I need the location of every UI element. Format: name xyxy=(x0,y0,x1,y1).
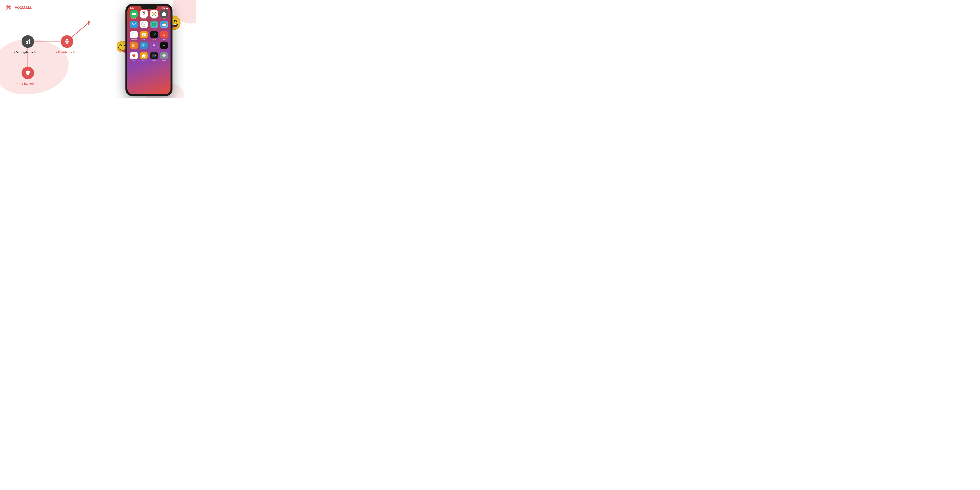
svg-rect-11 xyxy=(29,40,30,44)
svg-line-28 xyxy=(155,15,156,16)
app-facetime[interactable]: FaceTime xyxy=(129,10,138,19)
battery-icon: ▬ xyxy=(166,7,168,9)
journey-diagram: Pre-launch During-launch Post-launch xyxy=(12,16,106,90)
svg-point-22 xyxy=(153,13,155,15)
svg-text:tv: tv xyxy=(163,44,165,47)
app-clock[interactable]: Clock xyxy=(140,21,149,30)
app-camera[interactable]: Camera xyxy=(160,10,169,19)
status-icons: ▐▐▐ ▲ ▬ xyxy=(160,7,168,9)
svg-point-19 xyxy=(67,41,67,42)
postlaunch-label: Post-launch xyxy=(56,51,75,54)
brand-name: FoxData xyxy=(14,5,32,10)
svg-rect-61 xyxy=(133,44,134,47)
phone-body: 9:41 ▐▐▐ ▲ ▬ FaceTime xyxy=(126,4,172,96)
svg-point-75 xyxy=(164,55,165,56)
svg-point-46 xyxy=(132,33,133,34)
prelaunch-label: Pre-launch xyxy=(16,82,34,86)
svg-line-27 xyxy=(152,12,153,13)
app-reminders[interactable]: Reminders xyxy=(129,31,138,40)
svg-line-29 xyxy=(155,12,156,13)
prelaunch-node xyxy=(22,67,34,79)
foxdata-logo-icon xyxy=(5,3,13,11)
svg-rect-20 xyxy=(132,13,135,15)
app-home[interactable]: Home xyxy=(140,52,149,61)
svg-point-50 xyxy=(132,36,133,37)
header: FoxData xyxy=(5,3,32,11)
svg-rect-73 xyxy=(155,55,156,56)
svg-text:N: N xyxy=(163,33,165,37)
svg-rect-34 xyxy=(163,12,165,13)
phone-screen: 9:41 ▐▐▐ ▲ ▬ FaceTime xyxy=(127,6,170,94)
phone-notch xyxy=(141,6,157,10)
wifi-icon: ▲ xyxy=(164,7,165,9)
during-label: During-launch xyxy=(14,51,36,54)
app-stocks[interactable]: Stocks xyxy=(150,31,159,40)
app-notes[interactable]: Notes xyxy=(140,31,149,40)
svg-point-48 xyxy=(132,35,133,35)
app-tv[interactable]: tv TV xyxy=(160,41,169,51)
svg-point-33 xyxy=(164,14,164,15)
app-books[interactable]: Books xyxy=(129,41,138,51)
svg-text:A: A xyxy=(143,44,145,47)
app-maps[interactable]: Maps xyxy=(150,21,159,30)
signal-icon: ▐▐▐ xyxy=(160,7,164,9)
svg-rect-9 xyxy=(25,43,27,44)
app-weather[interactable]: Weather xyxy=(160,21,169,30)
phone-mockup: 9:41 ▐▐▐ ▲ ▬ FaceTime xyxy=(126,4,172,96)
app-appstore[interactable]: A App Store xyxy=(140,41,149,51)
svg-rect-10 xyxy=(27,41,28,44)
during-node xyxy=(22,35,34,48)
svg-marker-70 xyxy=(142,54,146,58)
app-settings[interactable]: Settings xyxy=(160,52,169,61)
app-health[interactable]: Health xyxy=(129,52,138,61)
svg-point-1 xyxy=(9,7,10,8)
app-grid: FaceTime Monday 3 Calendar xyxy=(127,10,170,62)
svg-line-30 xyxy=(152,15,153,16)
app-news[interactable]: N News xyxy=(160,31,169,40)
app-wallet[interactable]: Wallet xyxy=(150,52,159,61)
svg-point-39 xyxy=(144,24,144,25)
app-calendar[interactable]: Monday 3 Calendar xyxy=(140,10,149,19)
svg-point-0 xyxy=(8,7,8,8)
app-photos[interactable]: Photos xyxy=(150,10,159,19)
svg-marker-21 xyxy=(135,13,136,15)
app-mail[interactable]: Mail xyxy=(129,21,138,30)
app-podcasts[interactable]: Podcasts xyxy=(150,41,159,51)
status-time: 9:41 xyxy=(130,7,134,9)
postlaunch-node xyxy=(61,35,73,48)
svg-point-44 xyxy=(163,24,166,26)
